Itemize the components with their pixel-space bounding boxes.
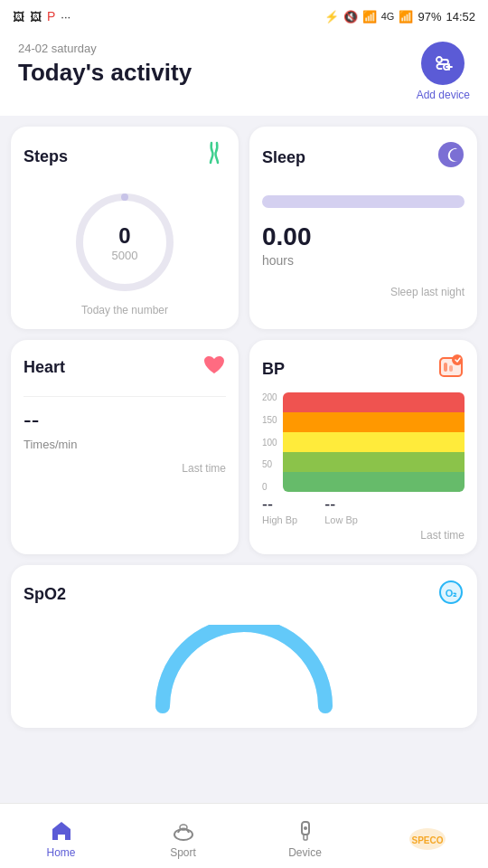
spo2-icon: O₂ [437, 580, 465, 609]
header: 24-02 saturday Today's activity Add devi… [0, 33, 488, 116]
sleep-unit: hours [262, 253, 465, 268]
nav-sport[interactable]: Sport [122, 813, 244, 859]
wifi-icon: 📶 [362, 10, 377, 24]
bp-low-value: -- [324, 495, 335, 514]
status-left: 🖼 🖼 P ··· [13, 9, 70, 24]
notification-icon-2: 🖼 [30, 10, 42, 24]
bp-axis-0: 0 [262, 482, 277, 492]
bp-bar [283, 392, 465, 492]
bp-low-label: Low Bp [324, 514, 358, 525]
add-device-icon [432, 52, 454, 74]
sleep-bar [262, 195, 465, 208]
device-icon [293, 818, 318, 844]
steps-goal: 5000 [112, 249, 138, 262]
more-icon: ··· [61, 10, 70, 24]
sleep-value: 0.00 [262, 222, 465, 251]
nav-home-label: Home [46, 846, 75, 859]
signal-icon: 📶 [399, 10, 413, 24]
heart-title: Heart [23, 358, 65, 377]
add-device-label: Add device [417, 89, 470, 101]
bp-icon [437, 354, 465, 383]
top-card-row: Steps 0 5000 Today the number [11, 127, 477, 329]
sleep-card: Sleep 0.00 hours Sleep last night [249, 127, 477, 329]
bp-axis-100: 100 [262, 438, 277, 448]
status-right: ⚡ 🔇 📶 4G 📶 97% 14:52 [324, 10, 475, 24]
sleep-footer: Sleep last night [262, 286, 465, 298]
svg-point-15 [174, 829, 192, 840]
heart-value: -- [23, 406, 226, 434]
sleep-card-header: Sleep [262, 141, 465, 174]
steps-value: 0 [112, 223, 138, 249]
sport-icon [171, 818, 196, 844]
lte-icon: 4G [381, 11, 395, 22]
svg-text:O₂: O₂ [446, 588, 458, 599]
steps-center: 0 5000 [112, 223, 138, 262]
steps-footer: Today the number [81, 304, 168, 316]
heart-divider [23, 396, 226, 397]
steps-ring: 0 5000 [70, 188, 179, 297]
bluetooth-icon: ⚡ [324, 10, 339, 24]
svg-rect-11 [449, 365, 453, 372]
logo-icon: SPECO [408, 826, 447, 852]
heart-card: Heart -- Times/min Last time [11, 340, 239, 554]
mid-card-row: Heart -- Times/min Last time BP [11, 340, 477, 554]
steps-title: Steps [23, 147, 68, 166]
bp-values: -- High Bp -- Low Bp [262, 495, 465, 525]
sleep-icon [437, 141, 465, 174]
bp-axis-50: 50 [262, 459, 277, 469]
bp-footer: Last time [262, 529, 465, 542]
svg-text:SPECO: SPECO [411, 835, 443, 845]
app-icon: P [47, 9, 55, 24]
spo2-card: SpO2 O₂ [11, 565, 477, 728]
heart-icon [202, 354, 226, 380]
bp-chart-area: 200 150 100 50 0 [262, 392, 465, 492]
battery-label: 97% [418, 10, 441, 24]
svg-point-19 [304, 826, 307, 830]
spo2-arc [23, 625, 465, 715]
heart-footer: Last time [23, 462, 226, 475]
bp-high-item: -- High Bp [262, 495, 297, 525]
bp-title: BP [262, 360, 285, 379]
svg-rect-10 [444, 363, 447, 372]
bottom-nav: Home Sport Device SPECO [0, 803, 488, 868]
nav-home[interactable]: Home [0, 813, 122, 859]
nav-device[interactable]: Device [244, 813, 366, 859]
add-device-button[interactable]: Add device [417, 42, 470, 101]
nav-logo: SPECO [366, 821, 488, 852]
heart-card-header: Heart [23, 354, 226, 380]
notification-icon: 🖼 [13, 10, 24, 24]
time-label: 14:52 [446, 10, 475, 24]
status-bar: 🖼 🖼 P ··· ⚡ 🔇 📶 4G 📶 97% 14:52 [0, 0, 488, 33]
bp-high-label: High Bp [262, 514, 297, 525]
bp-low-item: -- Low Bp [324, 495, 358, 525]
header-left: 24-02 saturday Today's activity [18, 42, 192, 87]
svg-point-9 [452, 354, 463, 365]
steps-card: Steps 0 5000 Today the number [11, 127, 239, 329]
bp-card: BP 200 150 100 [249, 340, 477, 554]
bp-axis-200: 200 [262, 392, 277, 402]
heart-unit: Times/min [23, 438, 226, 451]
home-icon [49, 818, 74, 844]
spo2-card-header: SpO2 O₂ [23, 580, 465, 609]
bp-axis-150: 150 [262, 415, 277, 425]
svg-point-6 [438, 142, 464, 167]
steps-icon [204, 141, 226, 172]
spo2-title: SpO2 [23, 585, 66, 604]
page-title: Today's activity [18, 59, 192, 87]
main-content: Steps 0 5000 Today the number [0, 116, 488, 800]
add-device-circle [421, 42, 465, 85]
sleep-title: Sleep [262, 148, 305, 167]
date-text: 24-02 saturday [18, 42, 192, 55]
bp-card-header: BP [262, 354, 465, 383]
bp-axis: 200 150 100 50 0 [262, 392, 279, 492]
mute-icon: 🔇 [343, 10, 358, 24]
bp-high-value: -- [262, 495, 273, 514]
steps-card-header: Steps [23, 141, 226, 172]
nav-device-label: Device [288, 846, 322, 859]
nav-sport-label: Sport [170, 846, 196, 859]
